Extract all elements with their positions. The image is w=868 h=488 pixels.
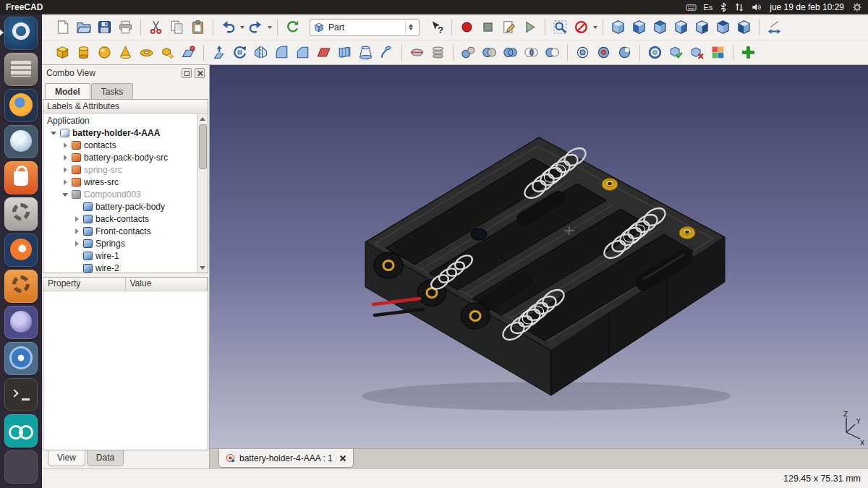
extrude-icon[interactable] bbox=[208, 43, 229, 62]
launcher-files[interactable] bbox=[4, 53, 38, 86]
tab-tasks[interactable]: Tasks bbox=[91, 83, 134, 99]
tree-item-contacts[interactable]: contacts bbox=[43, 139, 197, 151]
network-icon[interactable] bbox=[734, 2, 744, 12]
union-icon[interactable] bbox=[500, 43, 521, 62]
tree-item-front-contacts[interactable]: Front-contacts bbox=[43, 225, 197, 237]
caret-down-icon[interactable] bbox=[61, 190, 69, 198]
view-front-icon[interactable] bbox=[629, 18, 650, 37]
fillet-icon[interactable] bbox=[271, 43, 292, 62]
tree-item-battery-pack-body[interactable]: battery-pack-body bbox=[43, 200, 197, 213]
paste-icon[interactable] bbox=[187, 18, 208, 37]
torus-icon[interactable] bbox=[136, 43, 157, 62]
defeaturing-icon[interactable] bbox=[686, 43, 707, 62]
whats-this-icon[interactable]: ? bbox=[426, 18, 447, 37]
value-column-header[interactable]: Value bbox=[126, 278, 208, 291]
sphere-icon[interactable] bbox=[94, 43, 115, 62]
caret-right-icon[interactable] bbox=[61, 141, 69, 149]
launcher-terminal[interactable] bbox=[4, 378, 38, 411]
macro-record-icon[interactable] bbox=[456, 18, 477, 37]
make-face-icon[interactable] bbox=[313, 43, 334, 62]
caret-right-icon[interactable] bbox=[73, 227, 81, 235]
cross-sections-icon[interactable] bbox=[427, 43, 448, 62]
new-document-icon[interactable] bbox=[52, 18, 73, 37]
fit-all-icon[interactable] bbox=[550, 18, 571, 37]
caret-right-icon[interactable] bbox=[73, 239, 81, 247]
caret-right-icon[interactable] bbox=[61, 153, 69, 161]
view-bottom-icon[interactable] bbox=[712, 18, 733, 37]
volume-icon[interactable] bbox=[751, 2, 762, 12]
tree-item-compound003[interactable]: Compound003 bbox=[43, 188, 197, 200]
refresh-icon[interactable] bbox=[282, 18, 303, 37]
chamfer-icon[interactable] bbox=[292, 43, 313, 62]
tree-item-back-contacts[interactable]: back-contacts bbox=[43, 213, 197, 225]
save-icon[interactable] bbox=[94, 18, 115, 37]
boolean-icon[interactable] bbox=[479, 43, 500, 62]
panel-float-button[interactable] bbox=[182, 68, 192, 78]
mirror-icon[interactable] bbox=[250, 43, 271, 62]
ruled-surface-icon[interactable] bbox=[334, 43, 355, 62]
print-icon[interactable] bbox=[115, 18, 136, 37]
loft-icon[interactable] bbox=[355, 43, 376, 62]
common-icon[interactable] bbox=[521, 43, 542, 62]
draw-style-icon[interactable] bbox=[571, 18, 592, 37]
document-tab[interactable]: battery-holder-4-AAA : 1 bbox=[218, 449, 354, 468]
macro-stop-icon[interactable] bbox=[477, 18, 498, 37]
copy-icon[interactable] bbox=[166, 18, 187, 37]
revolve-icon[interactable] bbox=[229, 43, 250, 62]
tab-model[interactable]: Model bbox=[45, 83, 90, 99]
create-primitives-icon[interactable] bbox=[157, 43, 178, 62]
launcher-chromium[interactable] bbox=[4, 342, 38, 375]
launcher-web-browser[interactable] bbox=[4, 125, 38, 158]
caret-right-icon[interactable] bbox=[73, 215, 81, 223]
launcher-tool-settings[interactable] bbox=[4, 270, 38, 303]
clock[interactable]: jue 19 de feb 10:29 bbox=[770, 2, 844, 12]
join-connect-icon[interactable] bbox=[572, 43, 593, 62]
launcher-workspace[interactable] bbox=[4, 450, 38, 484]
launcher-media-player[interactable] bbox=[4, 306, 38, 339]
view-rear-icon[interactable] bbox=[692, 18, 712, 37]
keyboard-indicator-icon[interactable] bbox=[686, 2, 697, 13]
cut-icon[interactable] bbox=[145, 18, 166, 37]
3d-viewport[interactable]: Z Y X bbox=[210, 65, 868, 448]
shape-builder-icon[interactable] bbox=[178, 43, 199, 62]
tree-item-wire-1[interactable]: wire-1 bbox=[43, 249, 197, 262]
box-icon[interactable] bbox=[52, 43, 73, 62]
launcher-system-settings[interactable] bbox=[4, 197, 38, 231]
check-geometry-icon[interactable] bbox=[665, 43, 686, 62]
launcher-blender[interactable] bbox=[4, 234, 38, 267]
caret-right-icon[interactable] bbox=[61, 178, 69, 186]
tree-item-wires-src[interactable]: wires-src bbox=[43, 176, 197, 188]
sweep-icon[interactable] bbox=[376, 43, 397, 62]
launcher-firefox[interactable] bbox=[4, 89, 38, 122]
cut-boolean-icon[interactable] bbox=[542, 43, 563, 62]
macro-edit-icon[interactable] bbox=[498, 18, 519, 37]
draw-style-menu-arrow-icon[interactable] bbox=[592, 18, 598, 37]
view-left-icon[interactable] bbox=[733, 18, 754, 37]
tree-item-spring-src[interactable]: spring-src bbox=[43, 163, 197, 176]
redo-menu-arrow-icon[interactable] bbox=[266, 18, 273, 37]
tree-item-application[interactable]: Application bbox=[43, 114, 197, 127]
tab-view[interactable]: View bbox=[48, 450, 85, 466]
launcher-freecad[interactable] bbox=[4, 17, 38, 50]
property-column-header[interactable]: Property bbox=[43, 278, 126, 291]
language-indicator[interactable]: Es bbox=[703, 3, 712, 12]
caret-right-icon[interactable] bbox=[61, 166, 69, 174]
caret-down-icon[interactable] bbox=[50, 129, 58, 137]
view-isometric-icon[interactable] bbox=[608, 18, 629, 37]
redo-icon[interactable] bbox=[245, 18, 266, 37]
undo-menu-arrow-icon[interactable] bbox=[239, 18, 245, 37]
session-gear-icon[interactable] bbox=[852, 2, 862, 12]
tab-close-icon[interactable] bbox=[339, 455, 346, 462]
scroll-down-icon[interactable] bbox=[198, 263, 208, 273]
workbench-selector[interactable]: Part bbox=[310, 19, 420, 36]
bluetooth-icon[interactable] bbox=[719, 2, 728, 12]
section-icon[interactable] bbox=[407, 43, 427, 62]
tree-item-springs[interactable]: Springs bbox=[43, 237, 197, 249]
compound-icon[interactable] bbox=[458, 43, 479, 62]
tab-data[interactable]: Data bbox=[87, 450, 124, 466]
color-per-face-icon[interactable] bbox=[707, 43, 728, 62]
undo-icon[interactable] bbox=[218, 18, 239, 37]
scrollbar-thumb[interactable] bbox=[199, 124, 207, 169]
cone-icon[interactable] bbox=[115, 43, 136, 62]
tree-scrollbar[interactable] bbox=[197, 114, 208, 273]
